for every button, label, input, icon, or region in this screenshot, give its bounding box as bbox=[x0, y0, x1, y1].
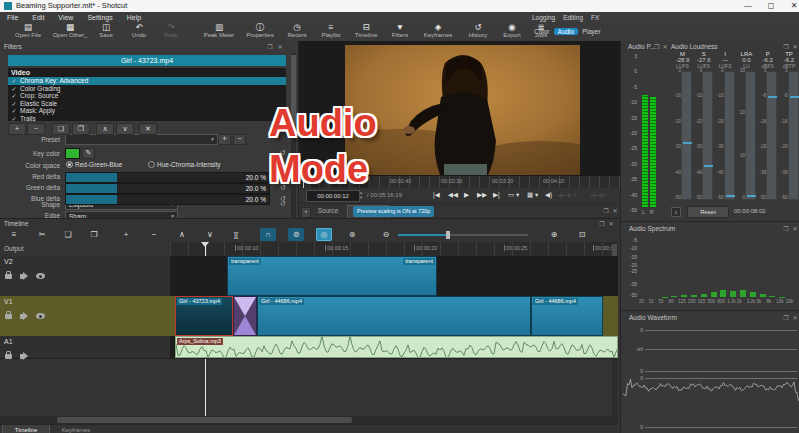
red-delta-slider[interactable]: 20.0 % bbox=[65, 172, 270, 183]
blue-delta-slider[interactable]: 20.0 % bbox=[65, 194, 270, 205]
tl-scrub-while-dragging[interactable]: ⊚ bbox=[288, 228, 304, 241]
speaker-icon[interactable] bbox=[20, 274, 23, 279]
float-icon[interactable]: ❐ bbox=[598, 220, 606, 227]
paste-filter-button[interactable]: ❒ bbox=[72, 123, 90, 135]
tl-timeline-menu[interactable]: ≡ bbox=[6, 228, 22, 241]
preset-delete-button[interactable]: − bbox=[233, 134, 246, 145]
filter-row[interactable]: ✓Mask: Apply bbox=[8, 107, 286, 115]
transition-clip[interactable] bbox=[233, 296, 257, 336]
track-header-v2[interactable]: V2 bbox=[0, 256, 170, 297]
clip[interactable]: Girl - 43723.mp4 bbox=[175, 296, 233, 336]
eye-icon[interactable] bbox=[36, 313, 45, 319]
track-a1[interactable]: Arps_Solina.mp3 bbox=[170, 336, 618, 359]
timeline-ruler[interactable]: 00:00:1000:00:1500:00:2000:00:2500:00:30 bbox=[170, 242, 618, 256]
preview-scaling-notice[interactable]: Preview scaling is ON at 720p bbox=[353, 206, 434, 217]
green-delta-slider[interactable]: 20.0 % bbox=[65, 183, 270, 194]
eye-icon[interactable] bbox=[36, 273, 45, 279]
remove-filter-button[interactable]: − bbox=[27, 123, 45, 135]
maximize-button[interactable]: ◻ bbox=[763, 0, 779, 11]
menu-settings[interactable]: Settings bbox=[80, 14, 119, 21]
preset-dropdown[interactable]: ▼ bbox=[65, 134, 218, 145]
tl-overwrite[interactable]: ∨ bbox=[202, 228, 218, 241]
player-menu-button[interactable]: ▾ bbox=[301, 207, 311, 218]
close-button[interactable]: ✕ bbox=[786, 0, 799, 11]
close-icon[interactable]: ✕ bbox=[607, 220, 615, 227]
move-filter-down-button[interactable]: ∨ bbox=[116, 123, 134, 135]
filter-row[interactable]: ✓Chroma Key: Advanced bbox=[8, 77, 286, 85]
filter-row[interactable]: ✓Trails bbox=[8, 115, 286, 122]
transport-volume[interactable]: ◀) bbox=[545, 191, 552, 199]
timeline-hscrollbar[interactable] bbox=[0, 416, 618, 424]
transport-loop-menu[interactable]: ▭ ▾ bbox=[508, 191, 519, 199]
eyedropper-icon[interactable]: ✎ bbox=[82, 148, 95, 159]
track-header-a1[interactable]: A1 bbox=[0, 336, 170, 359]
copy-filter-button[interactable]: ❏ bbox=[52, 123, 70, 135]
loudness-config-button[interactable]: ≡ bbox=[671, 207, 681, 217]
close-icon[interactable]: ✕ bbox=[611, 207, 619, 214]
tl-ripple-delete[interactable]: − bbox=[146, 228, 162, 241]
trim-out-widget[interactable]: −|−−|− bbox=[590, 192, 606, 198]
undo-param-icon[interactable]: ↺ bbox=[278, 195, 288, 203]
preset-save-button[interactable]: + bbox=[218, 134, 231, 145]
tl-split[interactable]: ][ bbox=[228, 228, 244, 241]
toolbar-open-file[interactable]: ▤Open File bbox=[6, 22, 50, 38]
filter-row[interactable]: ✓Elastic Scale bbox=[8, 100, 286, 108]
layout-tab-player[interactable]: Player bbox=[578, 28, 604, 35]
track-header-v1[interactable]: V1 bbox=[0, 296, 170, 337]
transport-skip-to-end[interactable]: ▶| bbox=[493, 191, 500, 199]
layout-tab-fx[interactable]: FX bbox=[587, 14, 603, 21]
reset-button[interactable]: Reset bbox=[687, 206, 729, 218]
track-v2[interactable]: transparenttransparent bbox=[170, 256, 618, 297]
filter-row[interactable]: ✓Crop: Source bbox=[8, 92, 286, 100]
tab-keyframes[interactable]: Keyframes bbox=[50, 425, 102, 433]
float-icon[interactable]: ❐ bbox=[782, 43, 790, 50]
transport-play-forwards[interactable]: ▶▶ bbox=[477, 191, 487, 199]
tl-zoom-fit[interactable]: ⊡ bbox=[574, 228, 590, 241]
minimize-button[interactable]: — bbox=[740, 0, 756, 11]
menu-file[interactable]: File bbox=[0, 14, 25, 21]
float-icon[interactable]: ❐ bbox=[602, 207, 610, 214]
trim-in-widget[interactable]: −|−−|− / bbox=[557, 192, 576, 198]
lock-icon[interactable] bbox=[5, 274, 12, 279]
tl-ripple-all-tracks[interactable]: ⊛ bbox=[344, 228, 360, 241]
tl-ripple[interactable]: ◎ bbox=[316, 228, 332, 241]
speaker-icon[interactable] bbox=[20, 354, 23, 359]
close-icon[interactable]: ✕ bbox=[276, 43, 284, 50]
clip[interactable]: Girl - 44686.mp4 bbox=[531, 296, 603, 336]
key-color-swatch[interactable] bbox=[65, 148, 80, 159]
float-icon[interactable]: ❐ bbox=[653, 43, 661, 50]
color-space-radio-hci[interactable]: Hue-Chroma-Intensity bbox=[148, 161, 221, 168]
timeline-zoom-slider[interactable] bbox=[398, 234, 528, 236]
menu-edit[interactable]: Edit bbox=[25, 14, 51, 21]
clip[interactable]: transparenttransparent bbox=[227, 256, 437, 296]
filter-row[interactable]: ✓Color Grading bbox=[8, 85, 286, 93]
layout-tab-editing[interactable]: Editing bbox=[559, 14, 587, 21]
tl-cut[interactable]: ✂ bbox=[34, 228, 50, 241]
transport-grid-menu[interactable]: ▦ ▾ bbox=[527, 191, 538, 199]
tl-snap[interactable]: ∩ bbox=[260, 228, 276, 241]
transport-play-backwards[interactable]: ◀◀ bbox=[448, 191, 458, 199]
transport-play[interactable]: ▶ bbox=[464, 191, 469, 199]
speaker-icon[interactable] bbox=[20, 314, 23, 319]
deselect-filter-button[interactable]: ✕ bbox=[139, 123, 157, 135]
clip[interactable]: Girl - 44686.mp4 bbox=[257, 296, 531, 336]
zoom-slider-handle[interactable] bbox=[446, 231, 450, 239]
clip[interactable]: Arps_Solina.mp3 bbox=[175, 336, 618, 358]
color-space-radio-rgb[interactable]: Red-Green-Blue bbox=[66, 161, 122, 168]
tl-zoom-in[interactable]: ⊕ bbox=[546, 228, 562, 241]
tl-copy[interactable]: ❏ bbox=[60, 228, 76, 241]
lock-icon[interactable] bbox=[5, 314, 12, 319]
close-icon[interactable]: ✕ bbox=[661, 43, 669, 50]
menu-help[interactable]: Help bbox=[120, 14, 148, 21]
toolbar-jobs[interactable]: ≣Jobs bbox=[519, 22, 563, 38]
lock-icon[interactable] bbox=[5, 354, 12, 359]
tl-append[interactable]: + bbox=[118, 228, 134, 241]
menu-view[interactable]: View bbox=[51, 14, 80, 21]
tab-timeline[interactable]: Timeline bbox=[2, 425, 50, 433]
move-filter-up-button[interactable]: ∧ bbox=[96, 123, 114, 135]
track-v1[interactable]: Girl - 43723.mp4Girl - 44686.mp4Girl - 4… bbox=[170, 296, 618, 337]
close-icon[interactable]: ✕ bbox=[791, 43, 799, 50]
float-icon[interactable]: ❐ bbox=[266, 43, 274, 50]
toolbar-keyframes[interactable]: ◈Keyframes bbox=[416, 22, 460, 38]
tl-lift[interactable]: ∧ bbox=[174, 228, 190, 241]
